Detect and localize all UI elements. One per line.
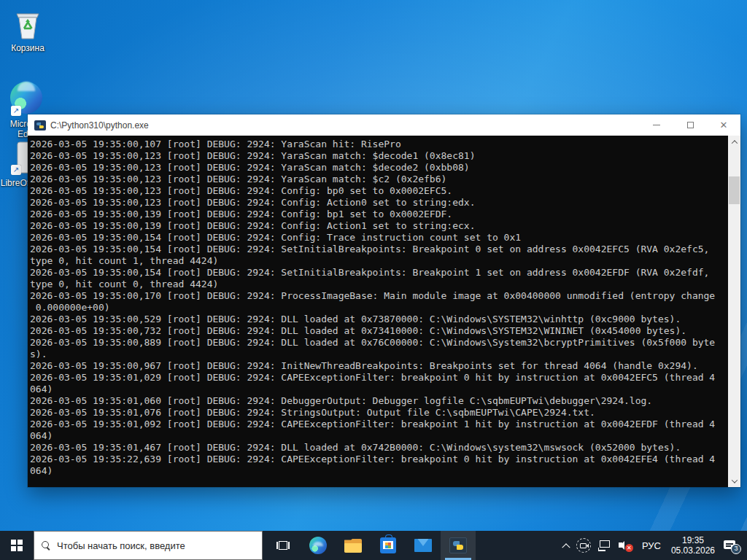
chevron-down-icon (731, 477, 737, 483)
taskbar-app-python-console[interactable] (441, 531, 476, 560)
recycle-bin-icon (10, 6, 45, 41)
start-button[interactable] (0, 531, 34, 560)
python-console-icon (34, 120, 46, 131)
desktop-icon-label: Корзина (0, 43, 55, 53)
search-icon (42, 541, 50, 550)
volume-button[interactable]: ✕ (615, 531, 637, 560)
minimize-icon (653, 125, 660, 125)
maximize-icon (687, 122, 694, 128)
minimize-button[interactable] (640, 114, 673, 136)
clock-time: 19:35 (671, 535, 715, 545)
folder-icon (344, 539, 362, 553)
notification-icon: 3 (724, 540, 737, 551)
vertical-scrollbar[interactable] (728, 136, 740, 487)
action-center-button[interactable]: 3 (720, 531, 747, 560)
console-output: 2026-03-05 19:35:00,107 [root] DEBUG: 29… (28, 136, 728, 487)
camera-icon (576, 538, 591, 553)
console-window: C:\Python310\python.exe ✕ 2026-03-05 19:… (28, 114, 740, 487)
window-title: C:\Python310\python.exe (50, 120, 149, 131)
taskbar-app-mail[interactable] (406, 531, 441, 560)
python-console-icon (449, 537, 467, 553)
close-button[interactable]: ✕ (707, 114, 740, 136)
taskbar: Чтобы начать поиск, введите ✕ РУС (0, 531, 747, 560)
shortcut-arrow-icon: ↗ (11, 165, 21, 175)
search-placeholder: Чтобы начать поиск, введите (57, 540, 185, 551)
store-icon (380, 537, 396, 553)
scroll-up-button[interactable] (728, 136, 740, 148)
shortcut-arrow-icon: ↗ (11, 106, 21, 116)
clock-date: 05.03.2026 (671, 545, 715, 556)
network-icon (598, 540, 611, 551)
chevron-up-icon (731, 140, 737, 146)
language-indicator[interactable]: РУС (637, 540, 666, 551)
close-icon: ✕ (720, 120, 728, 130)
chevron-up-icon (562, 543, 570, 551)
maximize-button[interactable] (673, 114, 707, 136)
scrollbar-thumb[interactable] (729, 176, 740, 204)
volume-muted-icon: ✕ (619, 540, 633, 551)
show-hidden-icons-button[interactable] (560, 531, 573, 560)
system-tray: ✕ РУС 19:35 05.03.2026 3 (560, 531, 747, 560)
console-log-text: 2026-03-05 19:35:00,107 [root] DEBUG: 29… (28, 136, 728, 477)
mail-icon (414, 539, 432, 552)
task-view-button[interactable] (266, 531, 301, 560)
edge-icon (309, 537, 327, 554)
task-view-icon (276, 540, 290, 551)
notification-badge: 3 (731, 544, 741, 554)
scroll-down-button[interactable] (728, 475, 740, 487)
windows-logo-icon (11, 540, 23, 551)
search-input[interactable]: Чтобы начать поиск, введите (34, 531, 263, 560)
edge-icon: ↗ (10, 82, 45, 117)
taskbar-app-file-explorer[interactable] (336, 531, 371, 560)
clock[interactable]: 19:35 05.03.2026 (666, 535, 720, 556)
taskbar-app-edge[interactable] (301, 531, 336, 560)
network-button[interactable] (595, 531, 615, 560)
meet-now-button[interactable] (573, 531, 595, 560)
desktop-icon-recycle-bin[interactable]: Корзина (0, 6, 55, 53)
taskbar-app-store[interactable] (371, 531, 406, 560)
window-titlebar[interactable]: C:\Python310\python.exe ✕ (28, 114, 740, 136)
